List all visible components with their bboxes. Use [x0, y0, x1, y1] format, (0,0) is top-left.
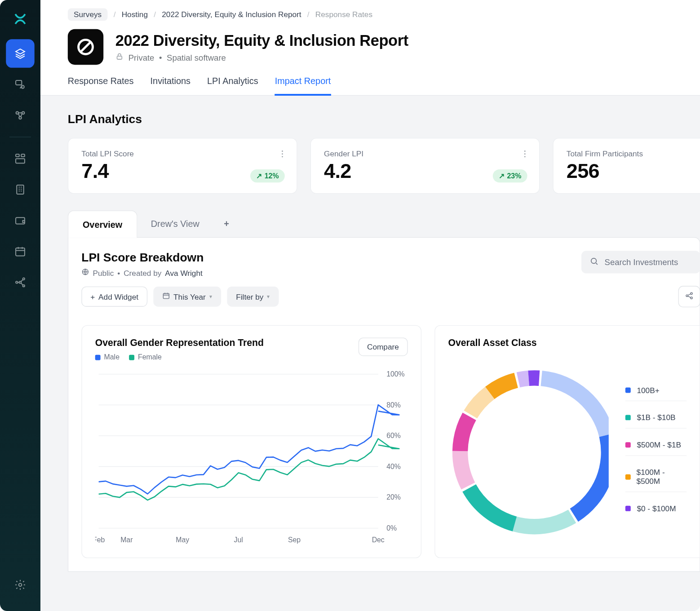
tab-response-rates[interactable]: Response Rates [68, 72, 134, 95]
legend-item: $100M - $500M [625, 468, 687, 492]
widget-title: Overall Gender Representation Trend [95, 337, 264, 348]
svg-point-20 [282, 153, 283, 155]
breadcrumb-root[interactable]: Surveys [68, 9, 108, 21]
lock-icon [115, 52, 124, 62]
nav-settings[interactable] [6, 571, 35, 599]
svg-text:60%: 60% [386, 432, 401, 439]
nav-wallet[interactable] [6, 206, 35, 235]
stat-label: Gender LPI [324, 149, 526, 158]
nav-users[interactable] [6, 70, 35, 99]
search-placeholder: Search Investments [604, 257, 678, 267]
svg-point-13 [22, 285, 24, 287]
stat-card-participants: Total Firm Participants 256 [553, 138, 700, 194]
tab-lpi-analytics[interactable]: LPI Analytics [207, 72, 258, 95]
more-icon[interactable] [520, 149, 530, 161]
svg-text:Sep: Sep [288, 536, 301, 544]
visibility-label: Private [128, 53, 155, 62]
breakdown-author[interactable]: Ava Wright [165, 268, 202, 277]
gender-trend-widget: Overall Gender Representation Trend Male… [81, 325, 421, 558]
nav-layers[interactable] [6, 39, 35, 68]
legend-item: $1B - $10B [625, 413, 687, 428]
svg-rect-6 [21, 154, 25, 157]
svg-point-14 [19, 281, 21, 283]
trend-badge: ↗ 12% [250, 169, 285, 182]
report-icon [68, 29, 103, 65]
share-button[interactable] [678, 286, 700, 307]
panel-tab-add[interactable]: + [213, 210, 239, 238]
calendar-icon [162, 292, 170, 301]
plus-icon: + [90, 292, 95, 301]
breakdown-visibility: Public [93, 268, 114, 277]
svg-point-12 [22, 278, 24, 280]
breadcrumb-item-1[interactable]: 2022 Diversity, Equity & Inclusion Repor… [162, 10, 301, 19]
panel-tab-drews-view[interactable]: Drew's View [137, 210, 214, 238]
tab-impact-report[interactable]: Impact Report [275, 72, 331, 96]
panel-tab-overview[interactable]: Overview [68, 210, 137, 238]
svg-point-19 [282, 151, 283, 152]
svg-rect-18 [117, 56, 122, 59]
search-icon [589, 257, 598, 268]
svg-text:Mar: Mar [120, 536, 133, 544]
legend-item: $500M - $1B [625, 440, 687, 456]
breakdown-title: LPI Score Breakdown [81, 251, 204, 264]
stat-value: 256 [567, 159, 700, 183]
section-title: LPI Analytics [68, 112, 700, 126]
tab-invitations[interactable]: Invitations [151, 72, 191, 95]
nav-share[interactable] [6, 268, 35, 297]
breakdown-panel: LPI Score Breakdown Public • Created by … [68, 237, 700, 572]
nav-calendar[interactable] [6, 237, 35, 266]
filter-button[interactable]: Filter by ▾ [227, 287, 279, 307]
svg-line-17 [80, 42, 90, 52]
svg-point-15 [19, 584, 22, 587]
svg-text:Dec: Dec [372, 536, 385, 544]
breadcrumb-current: Response Rates [315, 10, 372, 19]
svg-rect-0 [16, 80, 22, 85]
svg-text:May: May [176, 536, 189, 544]
more-icon[interactable] [278, 149, 287, 161]
widget-title: Overall Asset Class [448, 337, 687, 348]
arrow-up-icon: ↗ [499, 172, 505, 180]
svg-text:20%: 20% [386, 493, 401, 501]
svg-rect-7 [16, 159, 25, 163]
add-widget-button[interactable]: + Add Widget [81, 287, 147, 307]
svg-text:100%: 100% [386, 370, 404, 378]
donut-chart [448, 366, 609, 539]
svg-point-24 [524, 156, 526, 157]
svg-rect-5 [16, 154, 19, 157]
svg-point-23 [524, 153, 526, 155]
svg-text:40%: 40% [386, 463, 401, 470]
nav-building[interactable] [6, 175, 35, 204]
svg-text:0%: 0% [386, 524, 397, 532]
breadcrumb-item-0[interactable]: Hosting [122, 10, 148, 19]
panel-tabs: Overview Drew's View + [68, 210, 700, 238]
main-content: Surveys / Hosting / 2022 Diversity, Equi… [40, 0, 700, 611]
legend-item: $0 - $100M [625, 504, 687, 519]
nav-dashboard[interactable] [6, 144, 35, 173]
compare-button[interactable]: Compare [358, 337, 408, 356]
breadcrumb: Surveys / Hosting / 2022 Diversity, Equi… [40, 9, 700, 29]
svg-rect-27 [163, 293, 169, 298]
svg-text:Jul: Jul [234, 536, 243, 544]
stat-card-total-lpi: Total LPI Score 7.4 ↗ 12% [68, 138, 297, 194]
svg-rect-10 [16, 248, 25, 256]
svg-point-26 [591, 258, 597, 264]
created-prefix: Created by [124, 268, 161, 277]
legend-item: 100B+ [625, 386, 687, 401]
donut-legend: 100B+$1B - $10B$500M - $1B$100M - $500M$… [625, 386, 687, 519]
timeframe-button[interactable]: This Year ▾ [153, 287, 221, 307]
app-logo [11, 9, 30, 28]
globe-icon [81, 268, 89, 278]
svg-text:80%: 80% [386, 401, 401, 409]
trend-badge: ↗ 23% [493, 169, 527, 182]
svg-point-22 [524, 151, 526, 152]
stat-card-gender-lpi: Gender LPI 4.2 ↗ 23% [310, 138, 540, 194]
chevron-down-icon: ▾ [267, 294, 270, 300]
arrow-up-icon: ↗ [256, 172, 262, 180]
nav-network[interactable] [6, 101, 35, 130]
search-input[interactable]: Search Investments [581, 251, 700, 273]
stat-label: Total LPI Score [81, 149, 284, 158]
stat-cards: Total LPI Score 7.4 ↗ 12% Gender LPI 4.2… [68, 138, 700, 194]
page-title: 2022 Diversity, Equity & Inclusion Repor… [115, 31, 408, 50]
asset-class-widget: Overall Asset Class 100B+$1B - $10B$500M… [434, 325, 700, 558]
line-chart: 0%20%40%60%80%100%FebMarMayJulSepDec [95, 365, 408, 549]
